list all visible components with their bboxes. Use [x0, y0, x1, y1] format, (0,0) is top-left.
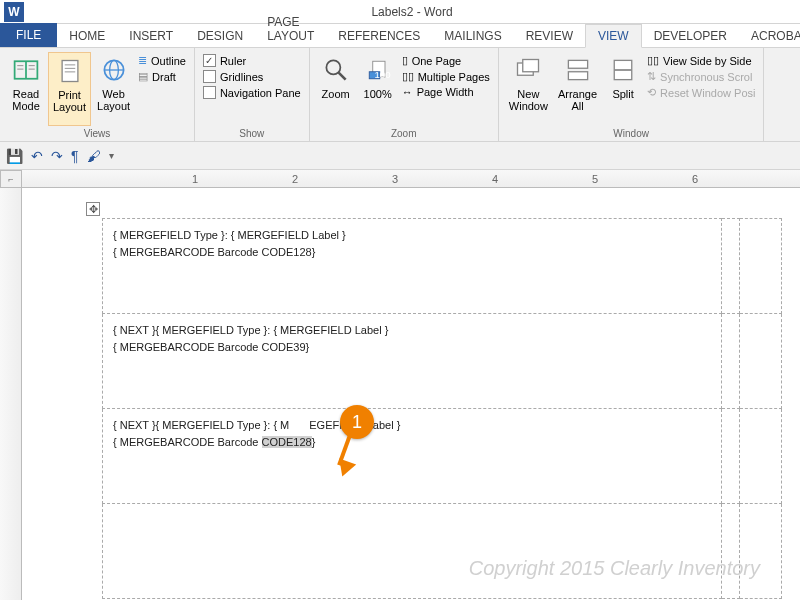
sync-scroll-button[interactable]: ⇅Synchronous Scrol [647, 70, 755, 83]
document-area[interactable]: ✥ { MERGEFIELD Type }: { MERGEFIELD Labe… [22, 188, 800, 600]
highlighted-text: CODE128 [262, 436, 312, 448]
svg-rect-19 [523, 60, 539, 72]
outline-label: Outline [151, 55, 186, 67]
tab-home[interactable]: HOME [57, 25, 117, 47]
sync-scroll-icon: ⇅ [647, 70, 656, 83]
svg-text:100: 100 [374, 69, 390, 80]
reset-window-button[interactable]: ⟲Reset Window Posi [647, 86, 755, 99]
zoom-100-button[interactable]: 100 100% [358, 52, 398, 126]
svg-rect-20 [568, 60, 587, 68]
draft-button[interactable]: ▤Draft [138, 70, 186, 83]
arrange-all-button[interactable]: Arrange All [554, 52, 601, 126]
label-cell[interactable] [739, 219, 781, 314]
tab-references[interactable]: REFERENCES [326, 25, 432, 47]
tab-file[interactable]: FILE [0, 23, 57, 47]
views-group-label: Views [6, 128, 188, 139]
draft-label: Draft [152, 71, 176, 83]
outline-button[interactable]: ≣Outline [138, 54, 186, 67]
label-cell[interactable]: { NEXT }{ MERGEFIELD Type }: { MEGEFIELD… [103, 409, 722, 504]
vertical-ruler[interactable] [0, 188, 22, 600]
tab-page-layout[interactable]: PAGE LAYOUT [255, 11, 326, 47]
format-painter-icon[interactable]: 🖌 [87, 148, 101, 164]
outline-icon: ≣ [138, 54, 147, 67]
tab-mailings[interactable]: MAILINGS [432, 25, 513, 47]
read-mode-icon [10, 54, 42, 86]
group-show: ✓Ruler Gridlines Navigation Pane Show [195, 48, 310, 141]
ruler-checkbox[interactable]: ✓Ruler [203, 54, 301, 67]
tab-acrobat[interactable]: ACROBAT [739, 25, 800, 47]
ruler-tick: 6 [692, 173, 698, 185]
word-app-icon: W [4, 2, 24, 22]
label-cell[interactable] [103, 504, 722, 599]
split-label: Split [612, 88, 633, 100]
label-cell[interactable] [739, 314, 781, 409]
ruler-label: Ruler [220, 55, 246, 67]
label-cell[interactable] [739, 504, 781, 599]
tab-review[interactable]: REVIEW [514, 25, 585, 47]
split-icon [607, 54, 639, 86]
quick-access-toolbar: 💾 ↶ ↷ ¶ 🖌 ▾ [0, 142, 800, 170]
multiple-pages-button[interactable]: ▯▯Multiple Pages [402, 70, 490, 83]
tab-design[interactable]: DESIGN [185, 25, 255, 47]
label-cell[interactable] [739, 409, 781, 504]
gutter-cell [721, 409, 739, 504]
one-page-icon: ▯ [402, 54, 408, 67]
nav-pane-checkbox[interactable]: Navigation Pane [203, 86, 301, 99]
field-code-line: { NEXT }{ MERGEFIELD Type }: { MERGEFIEL… [113, 322, 711, 339]
group-window: New Window Arrange All Split ▯▯View Side… [499, 48, 765, 141]
split-button[interactable]: Split [603, 52, 643, 126]
zoom-button[interactable]: Zoom [316, 52, 356, 126]
print-layout-button[interactable]: Print Layout [48, 52, 91, 126]
new-window-icon [512, 54, 544, 86]
new-window-button[interactable]: New Window [505, 52, 552, 126]
tab-developer[interactable]: DEVELOPER [642, 25, 739, 47]
page-width-icon: ↔ [402, 86, 413, 98]
tab-insert[interactable]: INSERT [117, 25, 185, 47]
ruler-tick: 1 [192, 173, 198, 185]
field-code-line: { MERGEBARCODE Barcode CODE39} [113, 339, 711, 356]
title-bar: W Labels2 - Word [0, 0, 800, 24]
label-cell[interactable]: { NEXT }{ MERGEFIELD Type }: { MERGEFIEL… [103, 314, 722, 409]
checkbox-icon [203, 70, 216, 83]
zoom-100-icon: 100 [362, 54, 394, 86]
one-page-button[interactable]: ▯One Page [402, 54, 490, 67]
svg-rect-21 [568, 72, 587, 80]
page: ✥ { MERGEFIELD Type }: { MERGEFIELD Labe… [102, 218, 782, 599]
gutter-cell [721, 504, 739, 599]
read-mode-button[interactable]: Read Mode [6, 52, 46, 126]
qat-dropdown-icon[interactable]: ▾ [109, 150, 114, 161]
web-layout-label: Web Layout [97, 88, 130, 112]
print-layout-label: Print Layout [53, 89, 86, 113]
gridlines-checkbox[interactable]: Gridlines [203, 70, 301, 83]
side-by-side-button[interactable]: ▯▯View Side by Side [647, 54, 755, 67]
labels-table: { MERGEFIELD Type }: { MERGEFIELD Label … [102, 218, 782, 599]
side-by-side-label: View Side by Side [663, 55, 751, 67]
tab-view[interactable]: VIEW [585, 24, 642, 48]
redo-icon[interactable]: ↷ [51, 148, 63, 164]
multiple-pages-label: Multiple Pages [418, 71, 490, 83]
ribbon-tabs: FILE HOME INSERT DESIGN PAGE LAYOUT REFE… [0, 24, 800, 48]
checkbox-icon [203, 86, 216, 99]
svg-line-14 [338, 73, 345, 80]
web-layout-button[interactable]: Web Layout [93, 52, 134, 126]
group-views: Read Mode Print Layout Web Layout ≣Outli… [0, 48, 195, 141]
table-move-handle-icon[interactable]: ✥ [86, 202, 100, 216]
gutter-cell [721, 219, 739, 314]
horizontal-ruler[interactable]: 1 2 3 4 5 6 [22, 170, 800, 188]
zoom-label: Zoom [322, 88, 350, 100]
undo-icon[interactable]: ↶ [31, 148, 43, 164]
checkbox-icon: ✓ [203, 54, 216, 67]
group-zoom: Zoom 100 100% ▯One Page ▯▯Multiple Pages… [310, 48, 499, 141]
page-width-button[interactable]: ↔Page Width [402, 86, 490, 98]
label-cell[interactable]: { MERGEFIELD Type }: { MERGEFIELD Label … [103, 219, 722, 314]
show-marks-icon[interactable]: ¶ [71, 148, 79, 164]
print-layout-icon [54, 55, 86, 87]
window-title: Labels2 - Word [24, 5, 800, 19]
draft-icon: ▤ [138, 70, 148, 83]
zoom-group-label: Zoom [316, 128, 492, 139]
show-group-label: Show [201, 128, 303, 139]
save-icon[interactable]: 💾 [6, 148, 23, 164]
ruler-tick: 3 [392, 173, 398, 185]
side-by-side-icon: ▯▯ [647, 54, 659, 67]
ruler-tick: 5 [592, 173, 598, 185]
